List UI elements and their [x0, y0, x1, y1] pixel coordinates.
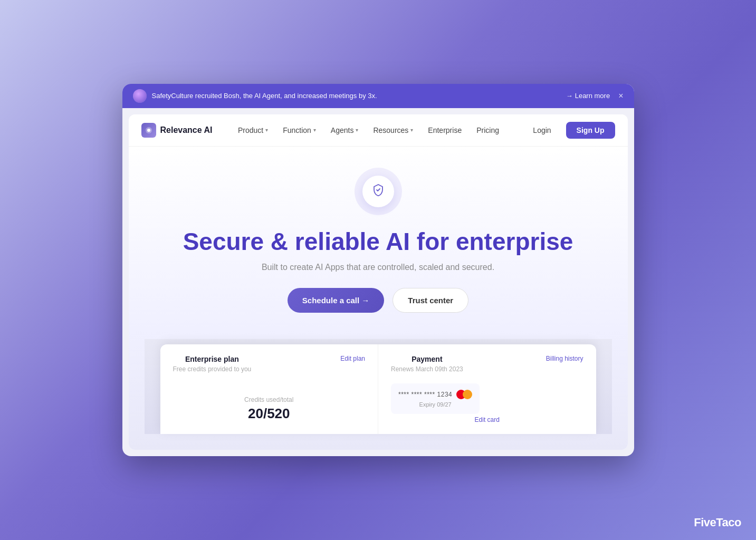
cc-number: **** **** **** 1234 [398, 391, 452, 398]
logo-text: Relevance AI [160, 126, 213, 135]
nav-product-label: Product [238, 126, 263, 134]
mastercard-logo [456, 390, 472, 399]
chevron-down-icon: ▾ [313, 127, 316, 133]
learn-more-text: Learn more [575, 92, 610, 100]
brand-name: FiveTaco [694, 516, 741, 529]
banner-avatar [133, 89, 147, 103]
cards-wrapper: Enterprise plan Free credits provided to… [160, 344, 596, 434]
banner-left: SafetyCulture recruited Bosh, the AI Age… [133, 89, 377, 103]
hero-section: Secure & reliable AI for enterprise Buil… [129, 147, 628, 450]
banner-text: SafetyCulture recruited Bosh, the AI Age… [152, 92, 377, 100]
payment-card: Payment Renews March 09th 2023 Billing h… [378, 344, 596, 434]
arrow-icon: → [566, 92, 573, 100]
renewal-text: Renews March 09th 2023 [391, 365, 463, 373]
nav-item-resources[interactable]: Resources ▾ [367, 123, 419, 138]
edit-plan-link[interactable]: Edit plan [340, 355, 365, 362]
nav-item-pricing[interactable]: Pricing [470, 123, 505, 138]
hero-icon-inner [362, 176, 394, 207]
cards-section: Enterprise plan Free credits provided to… [145, 339, 612, 434]
enterprise-plan-title: Enterprise plan [173, 355, 252, 363]
browser-window: SafetyCulture recruited Bosh, the AI Age… [122, 84, 634, 457]
payment-header: Payment Renews March 09th 2023 Billing h… [391, 355, 583, 381]
payment-title: Payment [391, 355, 463, 363]
brand-footer: FiveTaco [694, 516, 741, 529]
hero-buttons: Schedule a call → Trust center [145, 288, 612, 313]
nav-item-enterprise[interactable]: Enterprise [422, 123, 468, 138]
banner-right: → Learn more × [566, 91, 624, 101]
banner-learn-more[interactable]: → Learn more [566, 92, 610, 100]
main-content: Relevance AI Product ▾ Function ▾ Agents… [129, 114, 628, 450]
schedule-call-button[interactable]: Schedule a call → [288, 288, 385, 313]
credit-card-info: **** **** **** 1234 Expiry 09/27 [391, 383, 480, 414]
shield-icon [372, 184, 385, 199]
enterprise-plan-subtitle: Free credits provided to you [173, 365, 252, 373]
navbar-actions: Login Sign Up [524, 122, 615, 139]
nav-function-label: Function [283, 126, 311, 134]
nav-enterprise-label: Enterprise [428, 126, 462, 134]
nav-agents-label: Agents [331, 126, 354, 134]
logo[interactable]: Relevance AI [141, 123, 213, 138]
billing-history-link[interactable]: Billing history [546, 355, 583, 362]
card-expiry: Expiry 09/27 [398, 401, 472, 408]
enterprise-plan-card: Enterprise plan Free credits provided to… [160, 344, 379, 434]
hero-icon-outer [355, 168, 402, 215]
credits-value: 20/520 [173, 406, 366, 422]
nav-resources-label: Resources [373, 126, 408, 134]
card-header: Enterprise plan Free credits provided to… [173, 355, 366, 381]
chevron-down-icon: ▾ [356, 127, 358, 133]
banner-close-button[interactable]: × [618, 91, 623, 101]
announcement-banner: SafetyCulture recruited Bosh, the AI Age… [122, 84, 634, 108]
chevron-down-icon: ▾ [410, 127, 413, 133]
edit-card-link[interactable]: Edit card [391, 416, 583, 423]
payment-title-group: Payment Renews March 09th 2023 [391, 355, 463, 381]
navbar: Relevance AI Product ▾ Function ▾ Agents… [129, 114, 628, 147]
card-title-group: Enterprise plan Free credits provided to… [173, 355, 252, 381]
hero-title: Secure & reliable AI for enterprise [145, 228, 612, 256]
trust-center-button[interactable]: Trust center [393, 288, 468, 313]
cc-number-row: **** **** **** 1234 [398, 390, 472, 399]
nav-item-product[interactable]: Product ▾ [232, 123, 274, 138]
svg-point-1 [147, 129, 150, 132]
logo-icon [141, 123, 156, 138]
mc-circle-orange [463, 390, 472, 399]
hero-subtitle: Built to create AI Apps that are control… [145, 263, 612, 272]
nav-pricing-label: Pricing [476, 126, 499, 134]
signup-button[interactable]: Sign Up [566, 122, 615, 139]
nav-menu: Product ▾ Function ▾ Agents ▾ Resources … [232, 123, 505, 138]
chevron-down-icon: ▾ [265, 127, 268, 133]
credits-label: Credits used/total [173, 396, 366, 403]
nav-item-function[interactable]: Function ▾ [276, 123, 322, 138]
nav-item-agents[interactable]: Agents ▾ [324, 123, 365, 138]
login-button[interactable]: Login [524, 122, 559, 138]
hero-icon-wrapper [145, 168, 612, 215]
